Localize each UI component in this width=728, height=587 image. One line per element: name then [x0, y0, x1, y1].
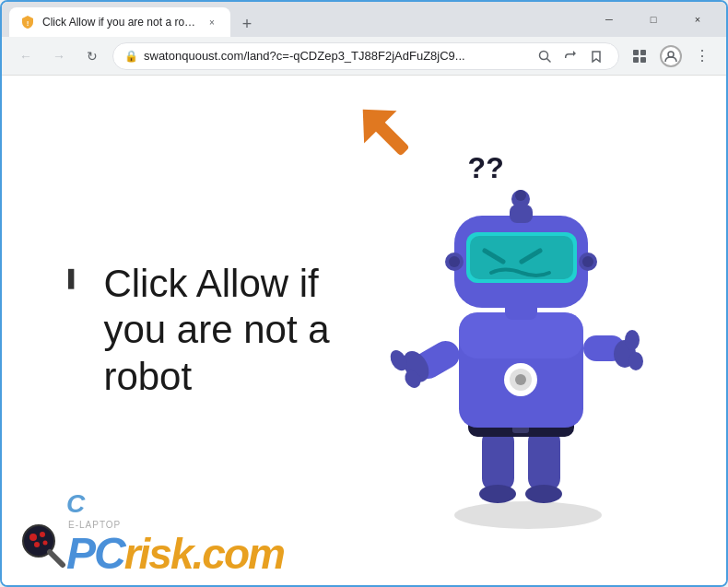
page-content: Click Allow if you are not a robot ??: [2, 76, 726, 585]
bookmark-icon: [590, 50, 603, 63]
bookmark-icon-btn[interactable]: [585, 45, 607, 67]
main-text-line3: robot: [103, 354, 329, 400]
search-icon-btn[interactable]: [534, 45, 556, 67]
tab-close-button[interactable]: ×: [205, 15, 219, 29]
svg-rect-4: [640, 50, 646, 55]
share-icon-btn[interactable]: [559, 45, 581, 67]
svg-rect-6: [640, 57, 646, 63]
svg-rect-5: [633, 57, 639, 63]
tab-title: Click Allow if you are not a robot: [42, 16, 197, 29]
address-bar-icons: [534, 45, 607, 67]
svg-line-2: [547, 58, 551, 62]
more-options-button[interactable]: ⋮: [689, 43, 715, 69]
main-text-line1: Click Allow if: [103, 261, 329, 307]
svg-point-42: [582, 256, 593, 267]
svg-line-48: [50, 552, 63, 565]
extensions-button[interactable]: [627, 43, 652, 69]
main-text: Click Allow if you are not a robot: [103, 261, 329, 400]
svg-point-46: [34, 542, 40, 547]
search-icon: [538, 50, 551, 63]
logo-magnifier-icon: [20, 522, 66, 569]
active-tab[interactable]: ! Click Allow if you are not a robot ×: [9, 7, 230, 37]
address-bar[interactable]: 🔒 swatonquoust.com/land?c=-qCDZep3_TJ88F…: [112, 42, 619, 70]
svg-point-29: [515, 374, 526, 385]
mouse-cursor: ▌: [68, 269, 80, 288]
svg-point-45: [40, 532, 45, 537]
text-section: Click Allow if you are not a robot: [48, 242, 366, 418]
share-icon: [564, 50, 577, 63]
svg-rect-3: [633, 50, 639, 55]
svg-point-14: [525, 485, 562, 503]
c-logo-mark: C: [66, 491, 85, 517]
pcrisk-text: PC risk.com: [66, 532, 284, 576]
pcrisk-logo-container: C E-LAPTOP PC risk.com: [66, 521, 284, 576]
pc-text: PC: [66, 532, 124, 576]
robot-illustration: ??: [367, 123, 680, 538]
window-controls: ─ □ ×: [588, 5, 719, 34]
address-text: swatonquoust.com/land?c=-qCDZep3_TJ88F2j…: [144, 49, 528, 63]
svg-text:!: !: [27, 19, 29, 28]
risk-text: risk.com: [124, 533, 284, 575]
puzzle-icon: [631, 48, 648, 65]
svg-point-44: [29, 534, 37, 541]
navigation-bar: ← → ↻ 🔒 swatonquoust.com/land?c=-qCDZep3…: [2, 37, 726, 76]
footer-logo: C E-LAPTOP PC risk.com: [2, 493, 302, 585]
new-tab-button[interactable]: +: [234, 11, 260, 37]
svg-rect-11: [482, 428, 514, 492]
profile-button[interactable]: [660, 45, 682, 67]
back-button[interactable]: ←: [13, 43, 39, 69]
tab-favicon-icon: !: [20, 15, 35, 29]
svg-point-10: [454, 501, 602, 529]
svg-point-13: [479, 485, 516, 503]
reload-button[interactable]: ↻: [79, 43, 105, 69]
svg-point-47: [43, 541, 48, 546]
svg-point-25: [625, 330, 640, 350]
title-bar: ! Click Allow if you are not a robot × +…: [2, 2, 726, 37]
svg-point-26: [628, 352, 643, 370]
svg-point-34: [515, 190, 526, 201]
forward-button[interactable]: →: [46, 43, 72, 69]
question-marks: ??: [468, 151, 504, 185]
browser-window: ! Click Allow if you are not a robot × +…: [0, 0, 728, 587]
tab-area: ! Click Allow if you are not a robot × +: [9, 2, 584, 37]
minimize-button[interactable]: ─: [588, 5, 630, 34]
svg-point-7: [668, 52, 674, 57]
lock-icon: 🔒: [124, 50, 138, 63]
svg-rect-12: [528, 428, 560, 492]
main-text-line2: you are not a: [103, 307, 329, 353]
close-button[interactable]: ×: [676, 5, 719, 34]
svg-point-41: [449, 256, 460, 267]
profile-icon: [664, 50, 677, 63]
maximize-button[interactable]: □: [632, 5, 675, 34]
robot-svg: [385, 133, 662, 529]
